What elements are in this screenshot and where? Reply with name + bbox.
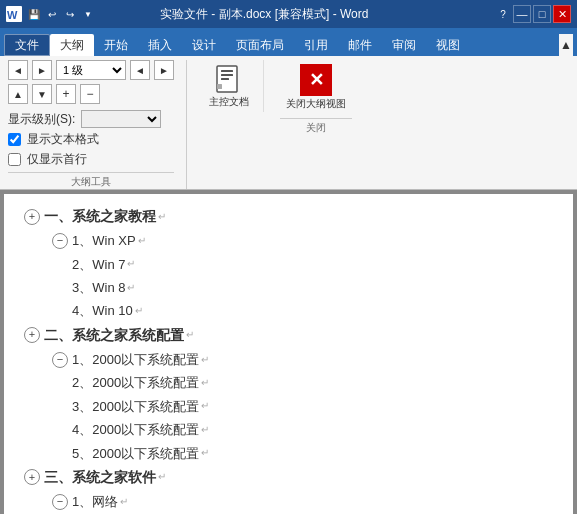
tab-design[interactable]: 设计 [182,34,226,56]
window-controls: ? — □ ✕ [495,5,571,23]
promote-left-button[interactable]: ◄ [130,60,150,80]
outline-item: −1、Win XP↵ [24,229,553,252]
ribbon-collapse-btn[interactable]: ▲ [559,34,573,56]
tab-view[interactable]: 视图 [426,34,470,56]
expand-button[interactable]: + [56,84,76,104]
no-expand-icon [52,280,68,296]
outline-item-text: 2、2000以下系统配置 [72,371,199,394]
restore-button[interactable]: □ [533,5,551,23]
outline-item-text: 3、2000以下系统配置 [72,395,199,418]
undo-icon[interactable]: ↩ [44,6,60,22]
close-outline-icon: ✕ [300,64,332,96]
tab-review[interactable]: 审阅 [382,34,426,56]
ribbon-right-part: 主控文档 主控文档 ✕ 关闭大纲视图 关闭 [195,60,360,189]
line-end-marker: ↵ [201,374,209,392]
outline-item: 4、2000以下系统配置↵ [24,418,553,441]
master-doc-icon [213,64,245,96]
customize-icon[interactable]: ▼ [80,6,96,22]
show-format-checkbox[interactable] [8,133,21,146]
move-down-button[interactable]: ▼ [32,84,52,104]
first-line-row: 仅显示首行 [8,151,174,168]
expand-icon[interactable]: + [24,469,40,485]
outline-list: +一、系统之家教程↵−1、Win XP↵2、Win 7↵3、Win 8↵4、Wi… [24,204,553,514]
outline-nav-row: ◄ ► 1 级 2 级 3 级 ◄ ► [8,60,174,80]
outline-item-text: 2、Win 7 [72,253,125,276]
close-group: ✕ 关闭大纲视图 关闭 [272,60,360,135]
svg-rect-3 [221,70,233,72]
close-group-label: 关闭 [280,118,352,135]
show-level-select[interactable]: 全部级别 [81,110,161,128]
outline-item: −1、2000以下系统配置↵ [24,348,553,371]
tab-file[interactable]: 文件 [4,34,50,56]
redo-icon[interactable]: ↪ [62,6,78,22]
tab-mail[interactable]: 邮件 [338,34,382,56]
outline-item: 2、2000以下系统配置↵ [24,371,553,394]
master-doc-button[interactable]: 主控文档 [203,60,255,112]
collapse-icon[interactable]: − [52,233,68,249]
outline-move-row: ▲ ▼ + − [8,84,174,104]
ribbon-tabs: 文件 大纲 开始 插入 设计 页面布局 引用 邮件 审阅 视图 ▲ [0,28,577,56]
demote-button[interactable]: ► [32,60,52,80]
line-end-marker: ↵ [201,397,209,415]
close-button[interactable]: ✕ [553,5,571,23]
outline-item: 3、2000以下系统配置↵ [24,395,553,418]
help-icon[interactable]: ? [495,6,511,22]
tab-reference[interactable]: 引用 [294,34,338,56]
no-expand-icon [52,422,68,438]
tab-insert[interactable]: 插入 [138,34,182,56]
tab-home[interactable]: 开始 [94,34,138,56]
outline-item-text: 三、系统之家软件 [44,465,156,490]
close-outline-button[interactable]: ✕ 关闭大纲视图 [280,60,352,114]
outline-item-text: 3、Win 8 [72,276,125,299]
svg-rect-6 [217,84,222,89]
first-line-checkbox[interactable] [8,153,21,166]
outline-item-text: 二、系统之家系统配置 [44,323,184,348]
document-container: +一、系统之家教程↵−1、Win XP↵2、Win 7↵3、Win 8↵4、Wi… [0,190,577,514]
tab-outline[interactable]: 大纲 [50,34,94,56]
line-end-marker: ↵ [127,255,135,273]
word-logo-icon: W [6,6,22,22]
expand-icon[interactable]: + [24,327,40,343]
line-end-marker: ↵ [186,326,194,344]
collapse-button[interactable]: − [80,84,100,104]
outline-item: −1、网络↵ [24,490,553,513]
save-icon[interactable]: 💾 [26,6,42,22]
no-expand-icon [52,398,68,414]
outline-item: 5、2000以下系统配置↵ [24,442,553,465]
master-doc-label: 主控文档 [209,96,249,108]
collapse-icon[interactable]: − [52,494,68,510]
svg-rect-5 [221,78,229,80]
master-doc-group: 主控文档 主控文档 [195,60,264,112]
outline-item: +二、系统之家系统配置↵ [24,323,553,348]
show-format-row: 显示文本格式 [8,131,174,148]
collapse-icon[interactable]: − [52,352,68,368]
move-up-button[interactable]: ▲ [8,84,28,104]
outline-item: +三、系统之家软件↵ [24,465,553,490]
title-text: 实验文件 - 副本.docx [兼容模式] - Word [160,6,368,23]
expand-icon[interactable]: + [24,209,40,225]
outline-tools-label: 大纲工具 [8,172,174,189]
show-format-label: 显示文本格式 [27,131,99,148]
line-end-marker: ↵ [135,302,143,320]
outline-item: 3、Win 8↵ [24,276,553,299]
level-select[interactable]: 1 级 2 级 3 级 [56,60,126,80]
line-end-marker: ↵ [120,493,128,511]
tab-layout[interactable]: 页面布局 [226,34,294,56]
no-expand-icon [52,445,68,461]
demote-right-button[interactable]: ► [154,60,174,80]
promote-button[interactable]: ◄ [8,60,28,80]
no-expand-icon [52,303,68,319]
outline-item-text: 一、系统之家教程 [44,204,156,229]
first-line-label: 仅显示首行 [27,151,87,168]
svg-rect-4 [221,74,233,76]
minimize-button[interactable]: — [513,5,531,23]
outline-item-text: 5、2000以下系统配置 [72,442,199,465]
title-bar: W 💾 ↩ ↪ ▼ 实验文件 - 副本.docx [兼容模式] - Word ?… [0,0,577,28]
no-expand-icon [52,375,68,391]
outline-item: 4、Win 10↵ [24,299,553,322]
document-page[interactable]: +一、系统之家教程↵−1、Win XP↵2、Win 7↵3、Win 8↵4、Wi… [4,194,573,514]
no-expand-icon [52,256,68,272]
close-outline-label: 关闭大纲视图 [286,98,346,110]
line-end-marker: ↵ [201,444,209,462]
outline-item-text: 4、Win 10 [72,299,133,322]
